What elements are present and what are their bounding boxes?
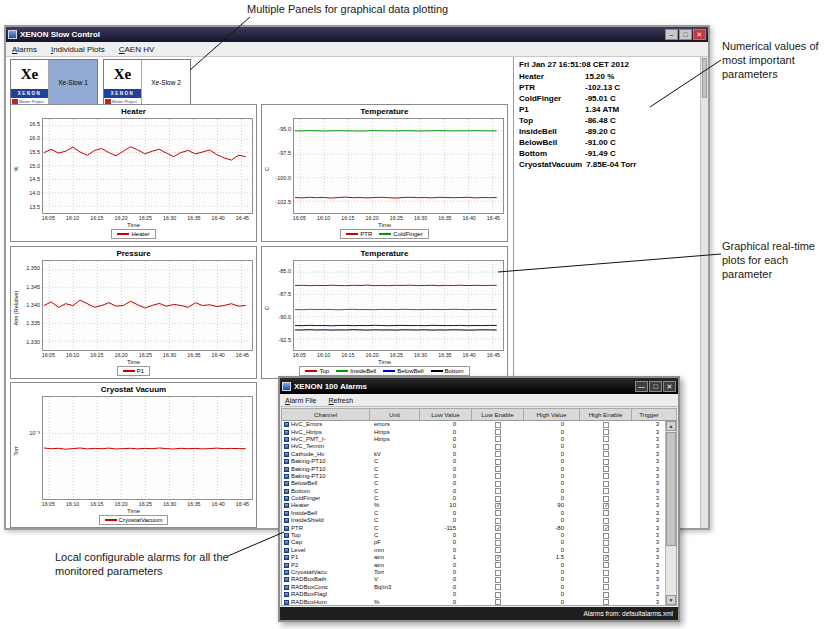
table-scrollbar[interactable]: ▲ ▼ (665, 421, 676, 605)
high-enable-checkbox[interactable] (603, 451, 609, 457)
low-enable-checkbox[interactable] (495, 488, 501, 494)
low-enable-checkbox[interactable] (495, 518, 501, 524)
low-enable-checkbox[interactable] (495, 503, 501, 509)
low-enable-checkbox[interactable] (495, 481, 501, 487)
high-enable-checkbox[interactable] (603, 422, 609, 428)
table-row[interactable]: HvC_PMT_I-Htrips003 (282, 436, 676, 443)
low-enable-checkbox[interactable] (495, 540, 501, 546)
low-enable-checkbox[interactable] (495, 451, 501, 457)
dialog-maximize-button[interactable]: □ (649, 381, 662, 392)
column-low-enable[interactable]: Low Enable (472, 409, 524, 420)
dialog-close-button[interactable]: ✕ (663, 381, 676, 392)
table-row[interactable]: RADBoxHum%003 (282, 598, 676, 605)
table-row[interactable]: RADBoxConcBq/m3003 (282, 584, 676, 591)
high-enable-checkbox[interactable] (603, 525, 609, 531)
high-enable-checkbox[interactable] (603, 481, 609, 487)
menu-caen-hv[interactable]: CAEN HV (119, 45, 155, 54)
low-enable-checkbox[interactable] (495, 525, 501, 531)
low-enable-checkbox[interactable] (495, 466, 501, 472)
table-row[interactable]: HvC_Termin003 (282, 443, 676, 450)
table-row[interactable]: Baking-PT10C003 (282, 473, 676, 480)
menu-individual-plots[interactable]: Individual Plots (51, 45, 105, 54)
scroll-down-icon[interactable]: ▼ (666, 595, 676, 605)
table-row[interactable]: InsideBellC003 (282, 510, 676, 517)
low-enable-checkbox[interactable] (495, 422, 501, 428)
column-trigger[interactable]: Trigger (632, 409, 666, 420)
high-enable-checkbox[interactable] (603, 518, 609, 524)
low-enable-checkbox[interactable] (495, 510, 501, 516)
low-enable-checkbox[interactable] (495, 555, 501, 561)
column-high-value[interactable]: High Value (524, 409, 580, 420)
low-enable-checkbox[interactable] (495, 473, 501, 479)
scroll-up-icon[interactable]: ▲ (666, 421, 676, 431)
main-window-scrollbar[interactable] (700, 57, 708, 528)
high-enable-checkbox[interactable] (603, 533, 609, 539)
table-row[interactable]: ColdFingerC003 (282, 495, 676, 502)
table-row[interactable]: Levelmm003 (282, 547, 676, 554)
dialog-minimize-button[interactable]: — (635, 381, 648, 392)
high-enable-checkbox[interactable] (603, 473, 609, 479)
low-enable-checkbox[interactable] (495, 577, 501, 583)
table-row[interactable]: BelowBellC003 (282, 480, 676, 487)
table-row[interactable]: P2atm003 (282, 561, 676, 568)
table-row[interactable]: CappF003 (282, 539, 676, 546)
high-enable-checkbox[interactable] (603, 459, 609, 465)
low-enable-checkbox[interactable] (495, 496, 501, 502)
high-enable-checkbox[interactable] (603, 547, 609, 553)
menu-alarm-file[interactable]: Alarm File (285, 397, 317, 404)
column-low-value[interactable]: Low Value (420, 409, 472, 420)
menu-refresh[interactable]: Refresh (329, 397, 354, 404)
table-row[interactable]: Baking-PT10C003 (282, 458, 676, 465)
plot-area[interactable] (42, 260, 253, 351)
table-row[interactable]: HvC_Errorserrors003 (282, 421, 676, 428)
table-row[interactable]: TopC003 (282, 532, 676, 539)
high-enable-checkbox[interactable] (603, 555, 609, 561)
low-enable-checkbox[interactable] (495, 547, 501, 553)
low-enable-checkbox[interactable] (495, 533, 501, 539)
high-enable-checkbox[interactable] (603, 599, 609, 605)
plot-area[interactable] (42, 118, 253, 214)
low-enable-checkbox[interactable] (495, 562, 501, 568)
high-enable-checkbox[interactable] (603, 436, 609, 442)
plot-area[interactable] (42, 396, 253, 500)
table-row[interactable]: Heater%10903 (282, 502, 676, 509)
table-row[interactable]: PTRC-115-803 (282, 524, 676, 531)
high-enable-checkbox[interactable] (603, 577, 609, 583)
low-enable-checkbox[interactable] (495, 444, 501, 450)
scrollbar-thumb[interactable] (702, 58, 707, 98)
high-enable-checkbox[interactable] (603, 510, 609, 516)
close-button[interactable]: ✕ (693, 29, 706, 40)
high-enable-checkbox[interactable] (603, 562, 609, 568)
low-enable-checkbox[interactable] (495, 436, 501, 442)
column-high-enable[interactable]: High Enable (580, 409, 632, 420)
high-enable-checkbox[interactable] (603, 429, 609, 435)
low-enable-checkbox[interactable] (495, 459, 501, 465)
minimize-button[interactable]: – (665, 29, 678, 40)
high-enable-checkbox[interactable] (603, 503, 609, 509)
menu-alarms[interactable]: Alarms (12, 45, 37, 54)
low-enable-checkbox[interactable] (495, 429, 501, 435)
plot-area[interactable] (293, 118, 504, 214)
table-row[interactable]: RADBoxBathV003 (282, 576, 676, 583)
high-enable-checkbox[interactable] (603, 496, 609, 502)
table-row[interactable]: Cathode_HvkV003 (282, 451, 676, 458)
table-row[interactable]: RADBoxFlagl003 (282, 591, 676, 598)
low-enable-checkbox[interactable] (495, 592, 501, 598)
low-enable-checkbox[interactable] (495, 570, 501, 576)
table-row[interactable]: HvC_HtripsHtrips003 (282, 428, 676, 435)
table-row[interactable]: CryostatVacuTorr003 (282, 569, 676, 576)
alarms-dialog-titlebar[interactable]: XENON 100 Alarms — □ ✕ (280, 378, 678, 394)
table-scrollbar-thumb[interactable] (666, 432, 676, 546)
high-enable-checkbox[interactable] (603, 488, 609, 494)
xe-slow-1-button[interactable]: Xe XENON Matter Project Xe-Slow 1 (10, 59, 98, 105)
high-enable-checkbox[interactable] (603, 592, 609, 598)
high-enable-checkbox[interactable] (603, 466, 609, 472)
low-enable-checkbox[interactable] (495, 584, 501, 590)
column-channel[interactable]: Channel (282, 409, 370, 420)
xe-slow-2-button[interactable]: Xe XENON Matter Project Xe-Slow 2 (103, 59, 191, 105)
table-row[interactable]: Baking-PT10C003 (282, 465, 676, 472)
high-enable-checkbox[interactable] (603, 540, 609, 546)
table-row[interactable]: InsideShieldC003 (282, 517, 676, 524)
column-unit[interactable]: Unit (370, 409, 420, 420)
high-enable-checkbox[interactable] (603, 584, 609, 590)
